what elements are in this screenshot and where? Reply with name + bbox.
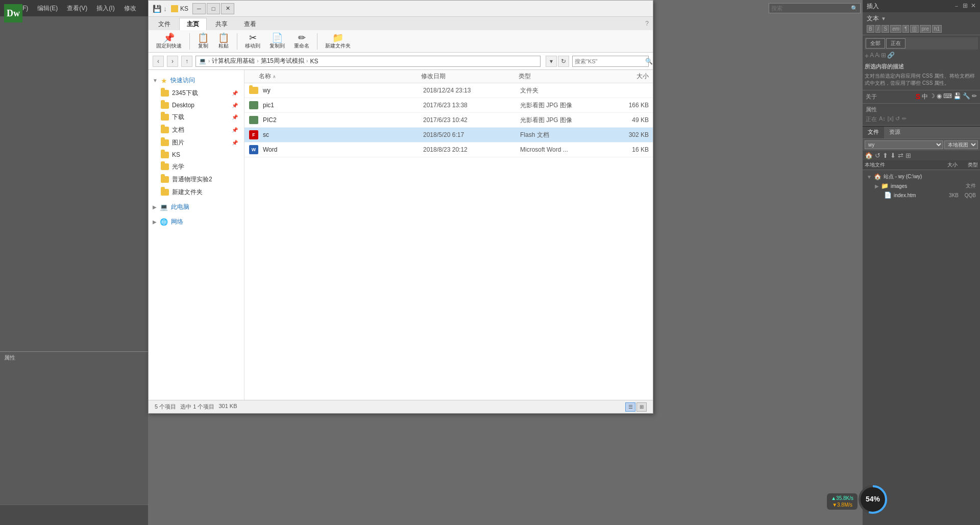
css-misc-icon[interactable]: ⊞ <box>881 52 886 60</box>
paste-btn[interactable]: 📋 粘贴 <box>214 32 233 51</box>
tab-view[interactable]: 查看 <box>236 18 264 30</box>
site-selector[interactable]: wy <box>865 140 943 149</box>
copy-btn[interactable]: 📋 复制 <box>194 32 212 51</box>
search-btn[interactable]: 🔍 <box>645 58 653 65</box>
path-seg2[interactable]: 第15周考试模拟 <box>261 57 304 65</box>
tab-resource[interactable]: 资源 <box>884 127 905 138</box>
network-header[interactable]: ▶ 🌐 网络 <box>149 216 244 228</box>
view-selector[interactable]: 本地视图 <box>944 140 978 149</box>
css-tab-current[interactable]: 正在 <box>886 38 905 49</box>
path-seg3[interactable]: KS <box>310 58 318 65</box>
blockquote-btn[interactable]: [|] <box>910 25 918 33</box>
rename-btn[interactable]: ✏ 重命名 <box>290 32 313 51</box>
about-icon-6[interactable]: 🔧 <box>963 92 970 101</box>
italic-btn[interactable]: I <box>875 25 881 33</box>
back-btn[interactable]: ‹ <box>153 56 164 67</box>
save-quick-btn[interactable]: 💾 <box>153 5 161 13</box>
strong-btn[interactable]: S <box>881 25 889 33</box>
copy-to-btn[interactable]: 📄 复制到 <box>266 32 288 51</box>
h1-btn[interactable]: h1 <box>932 25 942 33</box>
menu-insert[interactable]: 插入(I) <box>92 3 118 14</box>
name-header[interactable]: 名称 <box>259 73 271 80</box>
attr-icon-3[interactable]: [x] <box>888 115 894 123</box>
sidebar-item-pics[interactable]: 图片 📌 <box>149 136 244 149</box>
download-icon[interactable]: ⬇ <box>890 152 896 159</box>
para-btn[interactable]: ¶ <box>902 25 909 33</box>
sidebar-item-newfolder[interactable]: 新建文件夹 <box>149 186 244 199</box>
pre-btn[interactable]: pre <box>920 25 931 33</box>
size-header-col[interactable]: 大小 <box>636 73 649 80</box>
dropdown-btn[interactable]: ▾ <box>546 56 557 67</box>
about-icon-7[interactable]: ✏ <box>972 92 977 101</box>
css-size-icon[interactable]: A <box>870 52 874 60</box>
newfolder-btn[interactable]: 📁 新建文件夹 <box>322 32 354 51</box>
date-header[interactable]: 修改日期 <box>421 73 446 80</box>
menu-edit[interactable]: 编辑(E) <box>33 3 62 14</box>
tiles-view-btn[interactable]: ⊞ <box>636 402 647 412</box>
sidebar-item-physics[interactable]: 普通物理实验2 <box>149 173 244 186</box>
upload-icon[interactable]: ⬆ <box>883 152 888 159</box>
menu-view[interactable]: 查看(V) <box>63 3 91 14</box>
sidebar-item-gx[interactable]: 光学 <box>149 160 244 173</box>
menu-modify[interactable]: 修改 <box>120 3 140 14</box>
index-file-item[interactable]: 📄 index.htm 3KB QQB <box>873 190 978 200</box>
path-seg1[interactable]: 计算机应用基础 <box>212 57 255 65</box>
attr-icon-refresh[interactable]: ↺ <box>895 115 900 123</box>
move-to-btn[interactable]: ✂ 移动到 <box>241 32 264 51</box>
search-input[interactable] <box>575 58 645 64</box>
table-row[interactable]: wy 2018/12/24 23:13 文件夹 <box>244 83 653 98</box>
table-row[interactable]: pic1 2017/6/23 13:38 光影看图 JPG 图像 166 KB <box>244 98 653 113</box>
close-button[interactable]: ✕ <box>221 3 234 14</box>
sidebar-item-download[interactable]: 下载 📌 <box>149 111 244 124</box>
css-font-icon[interactable]: Aᵢ <box>875 52 880 60</box>
attr-icon-2[interactable]: A↕ <box>879 115 886 123</box>
sidebar-item-desktop[interactable]: Desktop 📌 <box>149 100 244 111</box>
em-btn[interactable]: em <box>890 25 901 33</box>
images-folder-item[interactable]: ▶ 📁 images 文件 <box>873 181 978 190</box>
minimize-button[interactable]: ─ <box>192 3 206 14</box>
maximize-button[interactable]: □ <box>207 3 220 14</box>
sidebar-item-docs[interactable]: 文档 📌 <box>149 124 244 136</box>
tab-file[interactable]: 文件 <box>863 127 884 138</box>
sync-icon[interactable]: ⇄ <box>898 152 903 159</box>
dw-search-input[interactable] <box>771 5 851 11</box>
about-icon-2[interactable]: ☽ <box>929 92 935 101</box>
about-icon-3[interactable]: ◉ <box>937 92 942 101</box>
about-icon-4[interactable]: ⌨ <box>943 92 952 101</box>
refresh-icon[interactable]: ↺ <box>875 152 880 159</box>
help-icon[interactable]: ? <box>643 20 651 27</box>
bold-btn[interactable]: B <box>867 25 874 33</box>
pc-header[interactable]: ▶ 💻 此电脑 <box>149 201 244 213</box>
about-icon-1[interactable]: 中 <box>922 92 928 101</box>
site-root-item[interactable]: ▼ 🏠 站点 - wy (C:\wy) <box>865 172 978 181</box>
sidebar-item-ks[interactable]: KS <box>149 149 244 160</box>
css-link-icon[interactable]: 🔗 <box>887 52 895 60</box>
sidebar-item-2345[interactable]: 2345下载 📌 <box>149 87 244 100</box>
refresh-btn[interactable]: ↻ <box>558 56 569 67</box>
attr-icon-edit[interactable]: ✏ <box>902 115 906 123</box>
address-path[interactable]: 💻 › 计算机应用基础 › 第15周考试模拟 › KS <box>195 56 541 67</box>
tab-file[interactable]: 文件 <box>151 18 178 30</box>
tab-share[interactable]: 共享 <box>208 18 235 30</box>
css-tab-all[interactable]: 全部 <box>866 38 885 49</box>
expand-tree-icon[interactable]: ⊞ <box>905 152 911 159</box>
tab-home[interactable]: 主页 <box>179 18 207 30</box>
add-css-icon[interactable]: + <box>865 52 869 60</box>
site-icon[interactable]: 🏠 <box>865 152 873 159</box>
text-dropdown-arrow[interactable]: ▼ <box>881 16 886 21</box>
table-row[interactable]: F sc 2018/5/20 6:17 Flash 文档 302 KB <box>244 128 653 142</box>
type-header-col[interactable]: 类型 <box>519 73 531 80</box>
table-row[interactable]: PIC2 2017/6/23 10:42 光影看图 JPG 图像 49 KB <box>244 113 653 128</box>
pin-to-quickaccess-btn[interactable]: 📌 固定到快速 <box>153 32 185 51</box>
properties-quick-btn[interactable]: ↓ <box>163 5 167 13</box>
table-row[interactable]: W Word 2018/8/23 20:12 Microsoft Word ..… <box>244 142 653 157</box>
forward-btn[interactable]: › <box>167 56 178 67</box>
attr-icon-1[interactable]: 正在 <box>866 115 877 123</box>
quick-access-header[interactable]: ▼ ★ 快速访问 <box>149 74 244 87</box>
expand-icon[interactable]: ⊞ <box>963 2 968 11</box>
about-icon-5[interactable]: 💾 <box>953 92 961 101</box>
minimize-icon[interactable]: － <box>953 2 960 11</box>
details-view-btn[interactable]: ☰ <box>625 402 635 412</box>
close-icon[interactable]: ✕ <box>971 2 976 11</box>
up-btn[interactable]: ↑ <box>181 56 192 67</box>
